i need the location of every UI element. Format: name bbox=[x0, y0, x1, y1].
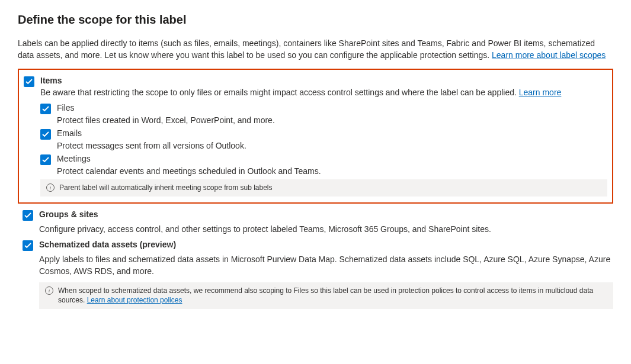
info-icon: i bbox=[45, 286, 53, 295]
meetings-checkbox[interactable] bbox=[40, 154, 51, 165]
schematized-title: Schematized data assets (preview) bbox=[39, 240, 176, 249]
check-icon bbox=[42, 105, 49, 112]
check-icon bbox=[24, 212, 31, 219]
protection-polices-link[interactable]: Learn about protection polices bbox=[87, 296, 182, 304]
items-checkbox[interactable] bbox=[24, 76, 34, 87]
items-title: Items bbox=[40, 76, 607, 85]
files-desc: Protect files created in Word, Excel, Po… bbox=[57, 115, 607, 125]
schematized-desc: Apply labels to files and schematized da… bbox=[39, 253, 613, 278]
groups-checkbox[interactable] bbox=[23, 210, 33, 221]
items-info-bar: i Parent label will automatically inheri… bbox=[40, 179, 607, 197]
items-info-text: Parent label will automatically inherit … bbox=[59, 183, 601, 193]
info-icon: i bbox=[46, 183, 55, 192]
emails-checkbox[interactable] bbox=[40, 129, 51, 140]
check-icon bbox=[42, 156, 49, 163]
meetings-desc: Protect calendar events and meetings sch… bbox=[57, 166, 607, 176]
schematized-checkbox[interactable] bbox=[23, 240, 33, 251]
items-learn-more-link[interactable]: Learn more bbox=[519, 88, 562, 97]
schematized-info-text: When scoped to schematized data assets, … bbox=[58, 286, 607, 306]
items-desc: Be aware that restricting the scope to o… bbox=[40, 86, 607, 98]
emails-title: Emails bbox=[57, 128, 82, 138]
items-highlight-box: Items Be aware that restricting the scop… bbox=[18, 69, 613, 204]
meetings-title: Meetings bbox=[57, 154, 91, 163]
page-title: Define the scope for this label bbox=[18, 13, 613, 27]
emails-desc: Protect messages sent from all versions … bbox=[57, 141, 607, 150]
check-icon bbox=[42, 131, 49, 138]
files-checkbox[interactable] bbox=[40, 104, 51, 114]
groups-title: Groups & sites bbox=[39, 210, 98, 219]
intro-text: Labels can be applied directly to items … bbox=[18, 37, 613, 62]
schematized-info-bar: i When scoped to schematized data assets… bbox=[39, 282, 613, 310]
files-title: Files bbox=[57, 103, 75, 112]
learn-more-scopes-link[interactable]: Learn more about label scopes bbox=[492, 50, 606, 60]
groups-desc: Configure privacy, access control, and o… bbox=[39, 223, 613, 235]
check-icon bbox=[24, 242, 31, 249]
check-icon bbox=[25, 78, 33, 85]
